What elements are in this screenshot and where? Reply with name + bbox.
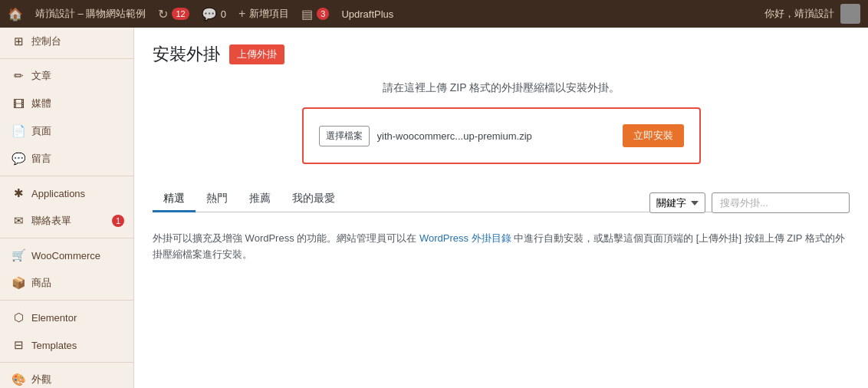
sidebar-item-label: 媒體 — [31, 97, 51, 110]
sidebar-divider-4 — [0, 300, 133, 301]
search-input[interactable] — [712, 192, 850, 213]
tab-featured-label: 精選 — [163, 192, 185, 204]
sidebar-item-dashboard[interactable]: ⊞ 控制台 — [0, 28, 133, 55]
templates-icon: ⊟ — [12, 338, 25, 352]
plugin-badge: 3 — [317, 8, 329, 20]
tab-favorites-label: 我的最愛 — [292, 192, 335, 204]
admin-bar-site-name[interactable]: 靖嵿設計 – 購物網站範例 — [35, 7, 146, 21]
tab-popular[interactable]: 熱門 — [196, 187, 238, 212]
tab-favorites[interactable]: 我的最愛 — [281, 187, 346, 212]
layout: ⊞ 控制台 ✏ 文章 🎞 媒體 📄 頁面 💬 留言 ✱ Applications… — [0, 28, 868, 388]
choose-file-button[interactable]: 選擇檔案 — [319, 126, 370, 146]
dashboard-icon: ⊞ — [12, 35, 25, 48]
posts-icon: ✏ — [12, 69, 25, 83]
description-text-start: 外掛可以擴充及增強 WordPress 的功能。網站管理員可以在 — [153, 232, 416, 244]
admin-bar-plugin[interactable]: ▤ 3 — [301, 7, 329, 21]
sidebar-item-appearance[interactable]: 🎨 外觀 — [0, 366, 133, 388]
contact-badge: 1 — [112, 215, 124, 227]
sidebar-item-label: 聯絡表單 — [31, 214, 71, 228]
tab-popular-label: 熱門 — [206, 192, 228, 204]
admin-bar-updraftplus[interactable]: UpdraftPlus — [341, 8, 393, 20]
sidebar-item-label: 頁面 — [31, 124, 51, 138]
plugin-directory-link[interactable]: WordPress 外掛目錄 — [419, 232, 511, 244]
greeting-label: 你好，靖嵿設計 — [764, 7, 834, 21]
upload-box: 選擇檔案 yith-woocommerc...up-premium.zip 立即… — [302, 107, 701, 164]
sidebar-item-label: 文章 — [31, 69, 51, 83]
main-content: 安裝外掛 上傳外掛 請在這裡上傳 ZIP 格式的外掛壓縮檔以安裝外掛。 選擇檔案… — [134, 28, 868, 388]
new-item-label: 新增項目 — [249, 7, 289, 21]
search-bar: 關鍵字 — [649, 192, 850, 213]
file-name-display: yith-woocommerc...up-premium.zip — [377, 130, 615, 142]
new-item-icon: + — [238, 7, 245, 21]
tab-recommended[interactable]: 推薦 — [238, 187, 281, 212]
page-header: 安裝外掛 上傳外掛 — [153, 43, 850, 66]
sidebar-item-label: 控制台 — [31, 35, 61, 48]
sidebar-item-elementor[interactable]: ⬡ Elementor — [0, 304, 133, 331]
upload-description: 請在這裡上傳 ZIP 格式的外掛壓縮檔以安裝外掛。 — [153, 81, 850, 95]
sidebar-item-label: Elementor — [31, 312, 77, 324]
sidebar-item-comments[interactable]: 💬 留言 — [0, 145, 133, 173]
sidebar-item-woocommerce[interactable]: 🛒 WooCommerce — [0, 242, 133, 269]
woocommerce-icon: 🛒 — [12, 248, 25, 262]
plugin-description: 外掛可以擴充及增強 WordPress 的功能。網站管理員可以在 WordPre… — [153, 223, 850, 263]
avatar — [840, 4, 860, 24]
sidebar-item-label: WooCommerce — [31, 250, 100, 261]
admin-bar-home[interactable]: 🏠 — [8, 7, 23, 21]
appearance-icon: 🎨 — [12, 373, 25, 386]
sidebar-item-label: 商品 — [31, 276, 51, 290]
updates-badge: 12 — [172, 8, 189, 20]
sidebar-item-products[interactable]: 📦 商品 — [0, 269, 133, 297]
pages-icon: 📄 — [12, 124, 25, 138]
products-icon: 📦 — [12, 276, 25, 290]
plugin-name-label: UpdraftPlus — [341, 8, 393, 20]
sidebar-item-label: 外觀 — [31, 373, 51, 386]
comments-count: 0 — [221, 8, 226, 20]
sidebar-item-label: Templates — [31, 340, 77, 351]
sidebar-item-posts[interactable]: ✏ 文章 — [0, 62, 133, 90]
admin-bar-right: 你好，靖嵿設計 — [764, 4, 860, 24]
install-now-button[interactable]: 立即安裝 — [623, 124, 684, 147]
sidebar-item-templates[interactable]: ⊟ Templates — [0, 331, 133, 359]
media-icon: 🎞 — [12, 97, 25, 110]
page-title: 安裝外掛 — [153, 43, 220, 66]
home-icon: 🏠 — [8, 7, 23, 21]
comments-icon: 💬 — [202, 7, 217, 21]
sidebar-divider-3 — [0, 238, 133, 238]
sidebar-divider-2 — [0, 176, 133, 176]
sidebar-item-label: 留言 — [31, 152, 51, 166]
elementor-icon: ⬡ — [12, 311, 25, 324]
comments-nav-icon: 💬 — [12, 152, 25, 166]
site-name-label: 靖嵿設計 – 購物網站範例 — [35, 7, 146, 21]
admin-bar-comments[interactable]: 💬 0 — [202, 7, 226, 21]
applications-icon: ✱ — [12, 186, 25, 200]
sidebar-item-pages[interactable]: 📄 頁面 — [0, 117, 133, 145]
updates-icon: ↻ — [158, 7, 168, 21]
tabs-search-row: 精選 熱門 推薦 我的最愛 關鍵字 — [153, 187, 850, 223]
upload-plugin-tab-button[interactable]: 上傳外掛 — [229, 44, 284, 64]
sidebar-divider-5 — [0, 362, 133, 363]
sidebar: ⊞ 控制台 ✏ 文章 🎞 媒體 📄 頁面 💬 留言 ✱ Applications… — [0, 28, 134, 388]
tab-featured[interactable]: 精選 — [153, 187, 196, 212]
search-type-dropdown[interactable]: 關鍵字 — [649, 192, 705, 213]
plugin-icon: ▤ — [301, 7, 313, 21]
sidebar-divider-1 — [0, 58, 133, 59]
sidebar-item-label: Applications — [31, 188, 85, 199]
sidebar-item-contact[interactable]: ✉ 聯絡表單 1 — [0, 207, 133, 235]
sidebar-item-applications[interactable]: ✱ Applications — [0, 179, 133, 207]
admin-bar: 🏠 靖嵿設計 – 購物網站範例 ↻ 12 💬 0 + 新增項目 ▤ 3 Updr… — [0, 0, 868, 28]
contact-icon: ✉ — [12, 214, 25, 228]
sidebar-item-media[interactable]: 🎞 媒體 — [0, 90, 133, 117]
admin-bar-new-item[interactable]: + 新增項目 — [238, 7, 289, 21]
tab-recommended-label: 推薦 — [249, 192, 271, 204]
admin-bar-greeting[interactable]: 你好，靖嵿設計 — [764, 7, 834, 21]
admin-bar-updates[interactable]: ↻ 12 — [158, 7, 189, 21]
